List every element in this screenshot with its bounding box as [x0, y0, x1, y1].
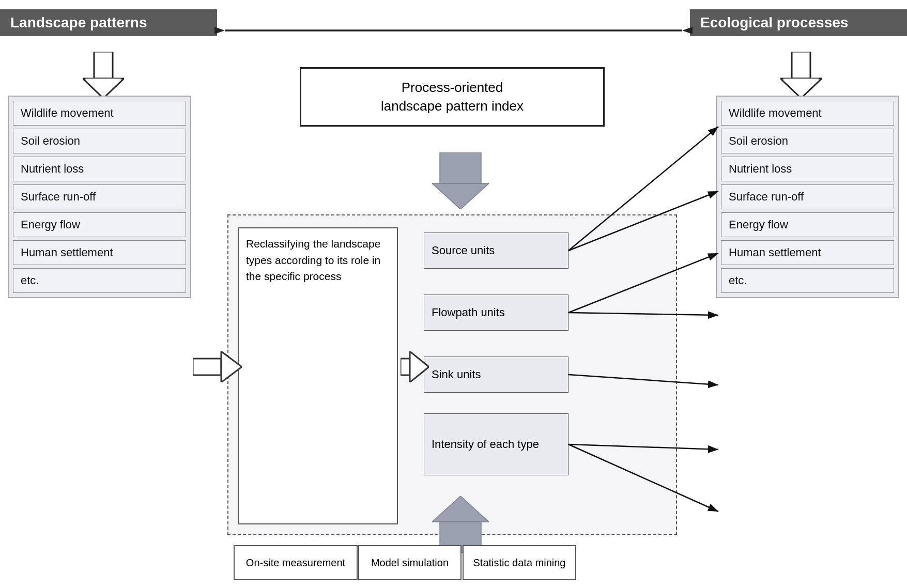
- statistic-label: Statistic data mining: [473, 557, 566, 569]
- source-label: Source units: [432, 244, 495, 257]
- svg-rect-14: [401, 359, 410, 375]
- right-item-surface: Surface run-off: [721, 184, 894, 209]
- left-item-surface: Surface run-off: [13, 184, 186, 209]
- svg-marker-17: [432, 496, 489, 522]
- header-left: Landscape patterns: [0, 9, 217, 36]
- right-panel: Wildlife movement Soil erosion Nutrient …: [716, 96, 899, 298]
- header-right: Ecological processes: [690, 9, 907, 36]
- center-top-label: Process-orientedlandscape pattern index: [381, 80, 524, 114]
- svg-rect-11: [193, 359, 221, 375]
- right-item-soil: Soil erosion: [721, 129, 894, 153]
- header-right-label: Ecological processes: [700, 14, 848, 30]
- gray-down-arrow: [432, 152, 489, 211]
- sink-box: Sink units: [424, 357, 568, 393]
- header-left-label: Landscape patterns: [10, 14, 147, 30]
- reclassify-box: Reclassifying the landscape types accord…: [238, 227, 398, 524]
- reclassify-label: Reclassifying the landscape types accord…: [246, 238, 380, 282]
- svg-rect-9: [440, 152, 481, 183]
- left-to-reclassify-arrow: [193, 351, 242, 384]
- right-down-arrow: [780, 52, 822, 100]
- flowpath-box: Flowpath units: [424, 295, 568, 331]
- flowpath-label: Flowpath units: [432, 306, 505, 319]
- statistic-box: Statistic data mining: [463, 545, 576, 580]
- intensity-box: Intensity of each type: [424, 413, 568, 475]
- diagram: Landscape patterns Ecological processes: [0, 0, 907, 588]
- svg-marker-10: [432, 183, 489, 209]
- left-item-energy: Energy flow: [13, 212, 186, 237]
- left-item-soil: Soil erosion: [13, 129, 186, 153]
- right-item-wildlife: Wildlife movement: [721, 101, 894, 126]
- source-box: Source units: [424, 233, 568, 269]
- svg-rect-3: [94, 52, 113, 79]
- left-panel: Wildlife movement Soil erosion Nutrient …: [8, 96, 191, 298]
- reclassify-to-sub-arrow: [401, 351, 429, 384]
- center-top-box: Process-orientedlandscape pattern index: [300, 67, 605, 127]
- double-arrow: [214, 23, 693, 38]
- sink-label: Sink units: [432, 368, 481, 381]
- onsite-box: On-site measurement: [234, 545, 358, 580]
- right-item-energy: Energy flow: [721, 212, 894, 237]
- left-item-wildlife: Wildlife movement: [13, 101, 186, 126]
- model-label: Model simulation: [371, 557, 449, 569]
- right-item-human: Human settlement: [721, 240, 894, 265]
- model-box: Model simulation: [358, 545, 462, 580]
- left-item-human: Human settlement: [13, 240, 186, 265]
- left-down-arrow: [83, 52, 124, 100]
- intensity-label: Intensity of each type: [432, 438, 539, 451]
- right-item-nutrient: Nutrient loss: [721, 157, 894, 181]
- svg-rect-6: [792, 52, 810, 79]
- left-item-etc: etc.: [13, 268, 186, 293]
- left-item-nutrient: Nutrient loss: [13, 157, 186, 181]
- onsite-label: On-site measurement: [246, 557, 345, 569]
- right-item-etc: etc.: [721, 268, 894, 293]
